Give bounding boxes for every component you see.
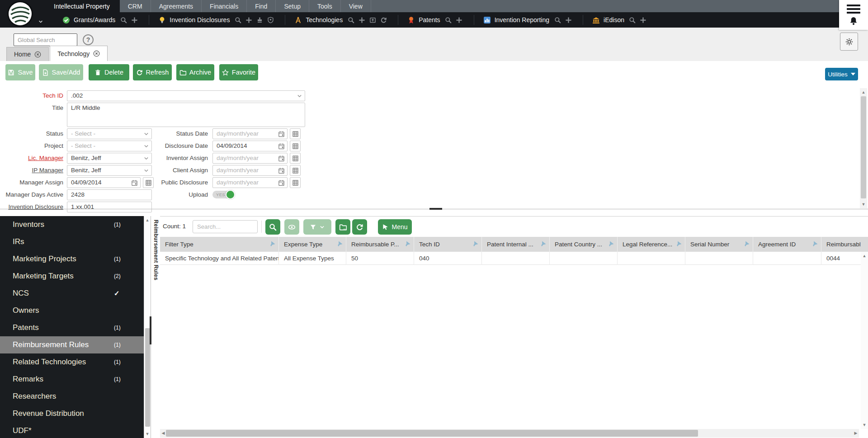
favorite-button[interactable]: Favorite [219,64,258,80]
sidebar-item-related-technologies[interactable]: Related Technologies(1) [0,353,144,371]
invention-disclosure-label[interactable]: Invention Disclosure [1,202,63,212]
logo-chevron-down-icon[interactable] [38,19,43,24]
filter-funnel-icon[interactable] [539,241,546,248]
shortcut-label[interactable]: Invention Disclosures [170,16,230,24]
splitter-handle[interactable] [150,316,151,344]
column-header-serial-number[interactable]: Serial Number [685,237,753,252]
filter-funnel-icon[interactable] [403,241,410,248]
title-textarea[interactable]: L/R Middle [67,103,305,127]
search-icon[interactable] [118,14,129,25]
shortcut-label[interactable]: Grants/Awards [74,16,115,24]
disclosure-date-date-input[interactable]: 04/09/2014 [212,141,288,151]
calendar-icon[interactable] [278,143,285,150]
upload-toggle[interactable]: YES [212,191,234,198]
shortcut-label[interactable]: Patents [419,16,440,24]
filter-funnel-icon[interactable] [675,241,682,248]
sidebar-item-udf[interactable]: UDF* [0,422,144,438]
public-disclosure-picker-button[interactable] [290,177,301,188]
status-date-picker-button[interactable] [290,128,301,139]
manager-days-active-input[interactable]: 2428 [67,189,152,200]
filter-funnel-icon[interactable] [811,241,818,248]
shield-icon[interactable] [265,14,276,25]
inventor-assign-date-input[interactable]: day/month/year [212,153,288,164]
add-icon[interactable] [243,14,254,25]
hamburger-menu-icon[interactable] [847,5,860,14]
scroll-left-arrow[interactable]: ◀ [161,429,165,438]
upload-icon[interactable] [367,14,378,25]
add-icon[interactable] [454,14,465,25]
sidebar-item-remarks[interactable]: Remarks(1) [0,371,144,388]
sidebar-item-irs[interactable]: IRs [0,233,144,250]
sidebar-item-researchers[interactable]: Researchers [0,388,144,405]
add-icon[interactable] [638,14,649,25]
chevron-down-icon[interactable] [143,143,149,149]
grid-search-input[interactable] [193,220,258,233]
column-header-filter-type[interactable]: Filter Type [160,237,279,252]
calendar-icon[interactable] [278,155,285,162]
status-select[interactable]: - Select - [67,128,152,139]
add-icon[interactable] [563,14,574,25]
sidebar-item-marketing-targets[interactable]: Marketing Targets(2) [0,268,144,285]
scroll-up-arrow[interactable]: ▲ [860,89,867,95]
archive-button[interactable]: Archive [176,64,214,80]
status-date-date-input[interactable]: day/month/year [212,128,288,139]
grid-search-button[interactable] [265,219,280,235]
calendar-icon[interactable] [131,179,138,186]
refresh-button[interactable]: Refresh [133,64,172,80]
filter-button[interactable] [303,219,331,235]
filter-funnel-icon[interactable] [335,241,343,248]
client-assign-picker-button[interactable] [290,165,301,176]
client-assign-date-input[interactable]: day/month/year [212,165,288,176]
menu-item-financials[interactable]: Financials [202,0,247,12]
invention-disclosure-input[interactable]: 1.xx.001 [67,202,152,212]
ip-manager-label[interactable]: IP Manager [1,165,63,176]
stamp-icon[interactable] [254,14,265,25]
sidebar-item-inventors[interactable]: Inventors(1) [0,216,144,233]
filter-funnel-icon[interactable] [471,241,478,248]
sidebar-item-ncs[interactable]: NCS✓ [0,285,144,302]
column-header-tech-id[interactable]: Tech ID [414,237,482,252]
chevron-down-icon[interactable] [143,131,149,137]
sidebar-item-reimbursement-rules[interactable]: Reimbursement Rules(1) [0,336,144,353]
sidebar-item-marketing-projects[interactable]: Marketing Projects(1) [0,250,144,268]
project-select[interactable]: - Select - [67,141,152,151]
menu-item-setup[interactable]: Setup [276,0,309,12]
tab-home[interactable]: Home [6,47,49,61]
column-header-reimbursable-p[interactable]: Reimbursable P... [346,237,414,252]
grid-horizontal-scrollbar[interactable]: ◀ ▶ [160,429,859,438]
toggle-knob[interactable] [226,190,235,199]
utilities-button[interactable]: Utilities [825,68,858,80]
settings-gear-button[interactable] [840,33,858,51]
sidebar-item-revenue-distribution[interactable]: Revenue Distribution [0,405,144,422]
manager-assign-date-input[interactable]: 04/09/2014 [67,177,141,188]
save-add-button[interactable]: Save/Add [39,64,83,80]
scroll-down-arrow[interactable]: ▼ [144,431,151,437]
sidebar-item-owners[interactable]: Owners [0,302,144,319]
scroll-up-arrow[interactable]: ▲ [861,253,868,259]
lic-manager-select[interactable]: Benitz, Jeff [67,153,152,164]
column-header-patent-country[interactable]: Patent Country ... [550,237,618,252]
notifications-bell-icon[interactable] [849,16,858,25]
grid-vertical-scrollbar[interactable]: ▲ ▼ [861,252,868,429]
chevron-down-icon[interactable] [297,93,302,99]
ip-manager-select[interactable]: Benitz, Jeff [67,165,152,176]
help-button[interactable]: ? [83,34,94,45]
calendar-icon[interactable] [278,167,285,174]
app-logo[interactable] [7,1,37,27]
preview-eye-button[interactable] [284,219,299,235]
refresh-icon[interactable] [378,14,389,25]
column-header-legal-reference[interactable]: Legal Reference... [618,237,685,252]
column-header-expense-type[interactable]: Expense Type [279,237,346,252]
scrollbar-thumb[interactable] [861,96,866,198]
scrollbar-thumb[interactable] [166,430,698,437]
filter-funnel-icon[interactable] [742,241,750,248]
save-button[interactable]: Save [5,64,35,80]
column-header-agreement-id[interactable]: Agreement ID [753,237,821,252]
add-icon[interactable] [129,14,140,25]
search-icon[interactable] [232,14,243,25]
tab-technology[interactable]: Technology [50,46,108,61]
menu-item-view[interactable]: View [341,0,371,12]
splitter-handle[interactable] [429,208,442,210]
scroll-down-arrow[interactable]: ▼ [861,422,868,428]
form-vertical-scrollbar[interactable]: ▲ ▼ [860,88,867,208]
